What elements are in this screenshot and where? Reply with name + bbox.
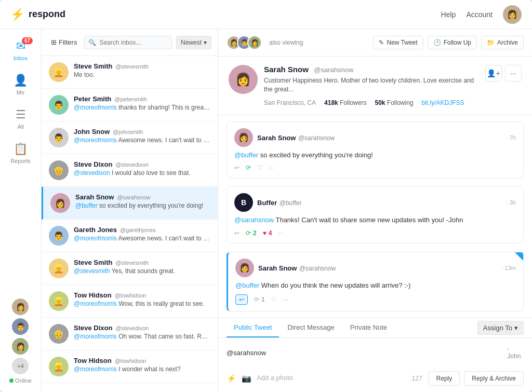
help-link[interactable]: Help [441,10,456,19]
inbox-item[interactable]: 👱 Tow Hidson @towhidson @moreofmorris I … [42,350,218,383]
tweet-time: · 13m [501,265,516,271]
reply-action[interactable]: ↩ [234,164,240,171]
also-viewing-text: also viewing [269,39,303,46]
inbox-text: Tow Hidson @towhidson @moreofmorris Wow,… [74,291,210,307]
reply-buttons: Reply Reply & Archive [429,371,524,386]
inbox-msg: @buffer so excited by everything you're … [75,202,210,209]
tab-public-tweet[interactable]: Public Tweet [227,318,279,337]
retweet-action[interactable]: ⟳ 1 [254,296,265,303]
tweet-mention: @sarahsnow [234,216,274,224]
inbox-name: Tow Hidson @towhidson [74,357,210,364]
inbox-msg: @moreofmorris I wonder what is next? [74,366,210,373]
inbox-name: Steve Smith @stevesmith [74,259,210,266]
inbox-avatar: 👴 [49,324,69,344]
tweet-body: @buffer When do you think the new update… [235,280,516,291]
follow-up-button[interactable]: 🕐 Follow Up [428,36,477,49]
tweet-author-info: Buffer @buffer [257,198,301,207]
tab-private-note[interactable]: Private Note [343,318,395,337]
archive-button[interactable]: 📁 Archive [481,36,524,49]
inbox-avatar: 👴 [49,160,69,180]
tweet-header: 👩 Sarah Snow @sarahsnow · 7h [234,128,516,147]
reply-footer-actions: ⚡ 📷 Add a photo [227,374,406,383]
inbox-item[interactable]: 👨 John Snow @johnsmith @moreofmorris Awe… [42,121,218,154]
online-avatar-1[interactable]: 👩 [12,299,29,315]
tweet-time: · 3h [507,199,516,206]
assign-chevron-icon: ▾ [514,324,518,332]
sidebar-item-me[interactable]: 👤 Me [0,67,41,102]
inbox-name: Sarah Snow @sarahsnow [75,193,210,201]
retweet-action[interactable]: ⟳ [246,164,251,171]
inbox-avatar: 👱 [49,259,69,278]
profile-bio: Customer Happiness Hero. Mother of two l… [264,76,480,94]
inbox-item[interactable]: 👩 Sarah Snow @sarahsnow @buffer so excit… [42,187,218,220]
tweet-author-info: Sarah Snow @sarahsnow [258,263,336,273]
reply-button[interactable]: Reply [429,371,460,386]
inbox-handle: @towhidson [115,292,147,299]
inbox-msg: @moreofmorris Awesome news. I can't wait… [74,137,210,144]
inbox-avatar: 👩 [50,193,70,213]
heart-action[interactable]: ♡ [257,164,263,171]
new-tweet-button[interactable]: ✎ New Tweet [373,36,423,49]
inbox-item[interactable]: 👨 Gareth Jones @garethjones @moreofmorri… [42,220,218,252]
more-action[interactable]: ··· [269,164,274,171]
more-action[interactable]: ··· [278,229,284,237]
online-avatar-3[interactable]: 👩 [12,338,29,355]
inbox-text: Steve Smith @stevesmith Me too. [74,62,210,78]
inbox-handle: @stevesmith [115,63,149,70]
reply-input[interactable] [227,344,507,361]
assign-to-button[interactable]: Assign To ▾ [477,321,524,335]
tweet-card: B Buffer @buffer · 3h @sarahsnow Thanks!… [227,186,524,244]
sidebar-item-inbox[interactable]: ✉ 67 Inbox [0,33,41,67]
more-action[interactable]: ··· [283,296,288,303]
photo-icon[interactable]: 📷 [242,374,251,383]
heart-action[interactable]: ♡ [271,296,277,303]
sort-chevron-icon: ▾ [204,39,207,46]
reply-footer: ⚡ 📷 Add a photo 127 Reply Reply & Archiv… [218,367,532,392]
sort-button[interactable]: Newest ▾ [176,36,211,49]
archive-label: Archive [497,39,518,46]
inbox-badge: 67 [22,37,33,44]
heart-action[interactable]: ♥ 4 [263,229,272,237]
sidebar-item-reports[interactable]: 📋 Reports [0,136,41,170]
inbox-msg: @stevesmith Yes, that sounds great. [74,267,210,275]
inbox-msg: @moreofmorris thanks for sharing! This i… [74,104,210,111]
inbox-item[interactable]: 👱 Steve Smith @stevesmith @stevesmith Ye… [42,252,218,285]
inbox-item[interactable]: 👱 Steve Smith @stevesmith Me too. [42,56,218,89]
inbox-item[interactable]: 👴 Steve Dixon @stevedixon @stevedixon I … [42,154,218,187]
sidebar-item-all[interactable]: ☰ All [0,102,41,136]
reply-action[interactable]: ↩ [235,294,248,305]
filter-icon: ⊞ [51,38,57,46]
profile-link[interactable]: bit.ly/AKDJFSS [422,99,464,106]
user-avatar[interactable]: 👩 [503,5,522,24]
inbox-name: Steve Dixon @stevedixon [74,324,210,332]
inbox-item[interactable]: 👨 Peter Smith @petersmith @moreofmorris … [42,89,218,121]
online-count[interactable]: +4 [12,358,29,374]
inbox-avatar: 👨 [49,128,69,147]
inbox-msg: @moreofmorris Oh wow. That came so fast.… [74,333,210,340]
buffer-icon[interactable]: ⚡ [227,374,236,383]
inbox-item[interactable]: 👴 Steve Dixon @stevedixon @moreofmorris … [42,318,218,350]
reply-archive-button[interactable]: Reply & Archive [464,371,524,386]
tab-direct-message[interactable]: Direct Message [280,318,341,337]
reports-icon: 📋 [14,142,28,156]
account-link[interactable]: Account [466,10,493,19]
filter-button[interactable]: ⊞ Filters [48,36,80,48]
inbox-mention: @moreofmorris [74,300,117,307]
profile-add-icon[interactable]: 👤+ [485,65,502,82]
profile-avatar: 👩 [229,65,258,94]
search-input[interactable] [84,36,172,49]
online-avatar-2[interactable]: 👨 [12,318,29,335]
reply-tabs: Public Tweet Direct Message Private Note… [218,318,532,338]
profile-name: Sarah Snow [264,65,309,74]
inbox-msg: @stevedixon I would also love to see tha… [74,169,210,177]
reply-action[interactable]: ↩ [234,229,240,237]
conversation-panel: 👩 👨 👩 also viewing ✎ New Tweet 🕐 Follow … [218,29,532,392]
retweet-action[interactable]: ⟳ 2 [246,229,257,237]
profile-more-icon[interactable]: ··· [505,65,522,82]
inbox-item[interactable]: 👱 Tow Hidson @towhidson @moreofmorris Wo… [42,285,218,318]
inbox-avatar: 👨 [49,226,69,246]
inbox-text: Steve Dixon @stevedixon @moreofmorris Oh… [74,324,210,340]
inbox-mention: @stevesmith [74,267,110,275]
archive-icon: 📁 [487,39,495,46]
inbox-text: Steve Dixon @stevedixon @stevedixon I wo… [74,160,210,177]
